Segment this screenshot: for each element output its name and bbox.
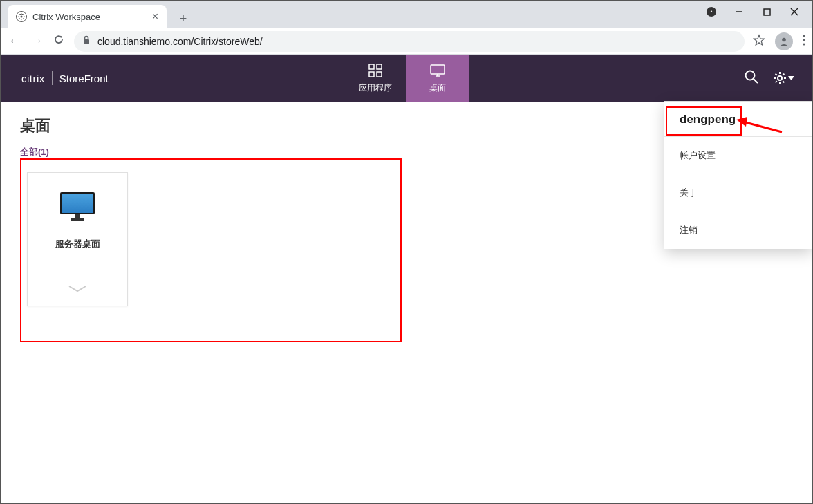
svg-line-28 [783, 81, 784, 82]
nav-reload-button[interactable] [52, 34, 66, 48]
nav-apps-label: 应用程序 [359, 82, 392, 94]
tab-close-icon[interactable]: × [152, 10, 158, 23]
svg-point-9 [782, 37, 786, 41]
desktop-card[interactable]: 服务器桌面 [27, 172, 128, 306]
address-bar[interactable]: cloud.tianshiemo.com/Citrix/storeWeb/ [74, 31, 745, 52]
app-header: citrix StoreFront 应用程序 桌面 [1, 55, 812, 102]
svg-point-10 [803, 35, 805, 37]
nav-back-button[interactable]: ← [8, 34, 21, 48]
brand-logo: citrix [21, 73, 45, 84]
svg-rect-16 [377, 72, 382, 77]
svg-point-1 [21, 16, 23, 18]
svg-rect-8 [84, 39, 89, 44]
user-dropdown: dengpeng 帐户设置 关于 注销 [664, 101, 812, 249]
lock-icon [82, 35, 91, 47]
brand-separator [52, 71, 53, 85]
svg-rect-15 [369, 72, 374, 77]
window-maximize-icon[interactable] [754, 2, 779, 21]
browser-tab[interactable]: Citrix Workspace × [8, 5, 167, 28]
dropdown-username: dengpeng [664, 102, 812, 137]
window-minimize-icon[interactable] [727, 2, 751, 21]
dropdown-about[interactable]: 关于 [664, 174, 812, 212]
search-icon[interactable] [744, 69, 759, 87]
tab-title: Citrix Workspace [32, 12, 100, 22]
apps-grid-icon [368, 63, 383, 78]
header-right [744, 69, 812, 87]
card-expand-icon[interactable] [68, 283, 87, 296]
svg-line-30 [783, 74, 784, 75]
window-controls [699, 1, 812, 23]
window-close-icon[interactable] [782, 2, 807, 21]
browser-menu-icon[interactable] [803, 35, 805, 48]
svg-point-22 [778, 76, 782, 80]
dropdown-logout[interactable]: 注销 [664, 212, 812, 249]
browser-chrome: Citrix Workspace × + ← → cloud.tianshiem… [1, 1, 812, 55]
svg-marker-2 [710, 10, 713, 12]
svg-rect-14 [377, 64, 382, 69]
svg-line-21 [754, 79, 758, 83]
dropdown-account-settings[interactable]: 帐户设置 [664, 137, 812, 174]
settings-menu-button[interactable] [773, 71, 794, 85]
tab-favicon-icon [16, 11, 27, 22]
browser-toolbar: ← → cloud.tianshiemo.com/Citrix/storeWeb… [1, 28, 812, 55]
svg-line-29 [776, 81, 777, 82]
brand-product: StoreFront [59, 73, 109, 84]
svg-marker-31 [788, 76, 794, 80]
url-text: cloud.tianshiemo.com/Citrix/storeWeb/ [97, 36, 263, 47]
tab-strip: Citrix Workspace × + [1, 1, 812, 28]
brand: citrix StoreFront [1, 71, 109, 85]
gear-icon [773, 71, 787, 85]
bookmark-star-icon[interactable] [753, 34, 765, 49]
caret-down-icon [788, 76, 794, 80]
svg-line-27 [776, 74, 777, 75]
profile-avatar-icon[interactable] [775, 32, 793, 50]
nav-desktops-label: 桌面 [429, 82, 446, 94]
svg-point-12 [803, 43, 805, 45]
toolbar-right [753, 32, 805, 50]
dropdown-pointer-icon [785, 111, 797, 117]
nav-desktops[interactable]: 桌面 [406, 55, 469, 102]
nav-apps[interactable]: 应用程序 [344, 55, 406, 102]
desktop-monitor-icon [429, 63, 446, 78]
svg-rect-13 [369, 64, 374, 69]
svg-rect-17 [431, 65, 445, 74]
new-tab-button[interactable]: + [174, 9, 193, 28]
desktop-card-label: 服务器桌面 [55, 238, 100, 250]
desktop-monitor-icon [60, 192, 95, 214]
chrome-account-icon[interactable] [699, 2, 724, 21]
svg-point-20 [746, 71, 755, 80]
nav-forward-button[interactable]: → [30, 34, 44, 48]
svg-rect-4 [764, 9, 770, 15]
primary-nav: 应用程序 桌面 [344, 55, 469, 102]
svg-point-11 [803, 39, 805, 41]
